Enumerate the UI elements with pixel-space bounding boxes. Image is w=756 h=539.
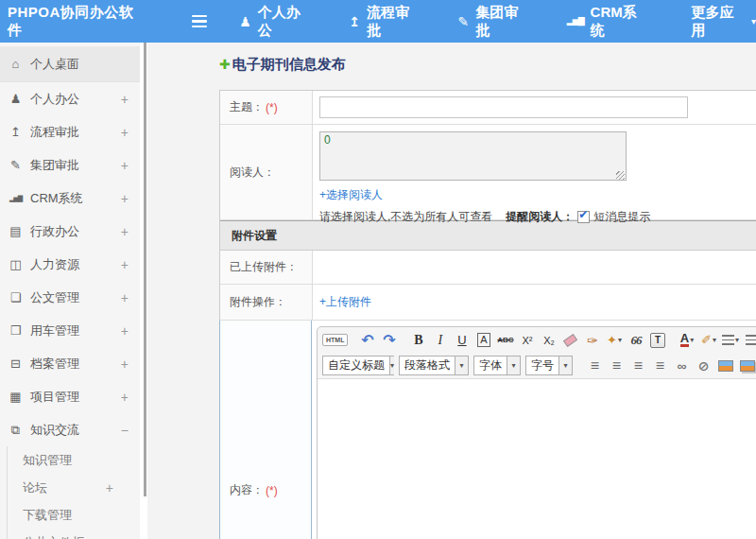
sidebar-item[interactable]: ❏ 公文管理 + [0, 281, 140, 314]
font-family-select[interactable]: 字体▾ [473, 356, 521, 375]
format-painter-button[interactable]: ✑ [582, 330, 602, 350]
heading-select[interactable]: 自定义标题▾ [322, 356, 394, 375]
select-readers-link[interactable]: +选择阅读人 [319, 187, 383, 203]
top-nav-label: 流程审批 [367, 4, 419, 40]
sidebar-item[interactable]: ▦ 项目管理 + [0, 380, 140, 413]
sidebar-item-label: 知识交流 [30, 422, 121, 439]
expander-icon[interactable]: + [121, 257, 129, 272]
top-nav-label: CRM系统 [591, 4, 645, 40]
editor-content-area[interactable] [318, 378, 756, 539]
chevron-down-icon: ▾ [455, 356, 468, 374]
insert-link-button[interactable]: ∞ [672, 356, 692, 375]
undo-button[interactable]: ↶ [357, 330, 377, 350]
expander-icon[interactable]: − [121, 423, 129, 438]
top-nav-item[interactable]: 更多应用 ▾ [685, 4, 756, 40]
font-attributes-button[interactable]: A [473, 330, 493, 350]
sidebar-item[interactable]: ▂▅▇ CRM系统 + [0, 182, 140, 215]
sidebar-scrollbar[interactable] [140, 43, 147, 539]
autoformat-button[interactable]: ✦▾ [604, 330, 624, 350]
expander-icon[interactable]: + [121, 92, 129, 107]
top-nav-item[interactable]: ♟ 个人办公 [239, 4, 309, 40]
top-nav-item[interactable]: ✎ 集团审批 [458, 4, 527, 40]
expander-icon[interactable]: + [121, 356, 129, 372]
font-color-button[interactable]: A▾ [677, 330, 696, 350]
content-row: 内容： (*) HTML ↶ ↷ B I [220, 321, 756, 539]
chevron-down-icon: ▾ [558, 356, 572, 374]
unordered-list-button[interactable] [742, 330, 756, 350]
sidebar-item[interactable]: ✎ 集团审批 + [0, 148, 140, 182]
paragraph-format-select[interactable]: 段落格式▾ [399, 356, 469, 375]
expander-icon[interactable]: + [121, 224, 129, 239]
sidebar-item[interactable]: ◫ 人力资源 + [0, 248, 140, 281]
top-nav-item[interactable]: ▂▅▇ CRM系统 [567, 4, 645, 40]
sidebar-item-label: 档案管理 [30, 356, 121, 373]
bold-button[interactable]: B [408, 330, 428, 350]
sidebar-item[interactable]: ⧉ 知识交流 − [0, 413, 140, 446]
align-justify-button[interactable]: ≡ [650, 356, 670, 375]
sidebar-item[interactable]: ⊟ 档案管理 + [0, 347, 140, 380]
expander-icon[interactable]: + [121, 158, 129, 173]
sidebar-subitem[interactable]: 论坛 + [8, 474, 140, 501]
subject-input[interactable] [319, 96, 688, 118]
sidebar-item[interactable]: ⌂ 个人桌面 [0, 46, 140, 82]
highlight-button[interactable]: ✐▾ [698, 330, 718, 350]
sidebar-item-icon: ⌂ [9, 57, 23, 71]
app-header: PHPOA协同办公软件 ♟ 个人办公 ↥ 流程审批 ✎ 集团审批 ▂▅▇ [0, 0, 756, 43]
redo-button[interactable]: ↷ [379, 330, 399, 350]
sidebar-item[interactable]: ↥ 流程审批 + [0, 115, 140, 148]
html-source-button[interactable]: HTML [322, 330, 348, 350]
chevron-down-icon: ▾ [713, 336, 716, 344]
insert-image-button[interactable] [715, 356, 735, 375]
resize-grip[interactable] [616, 171, 625, 180]
paste-icon: T [650, 333, 665, 348]
unordered-list-icon [746, 335, 756, 345]
remove-link-button[interactable]: ⊘ [694, 356, 713, 375]
expander-icon[interactable]: + [106, 480, 113, 496]
chevron-down-icon: ▾ [389, 356, 394, 374]
expander-icon[interactable]: + [121, 125, 129, 140]
scrollbar-thumb[interactable] [144, 43, 146, 496]
main-content: ✚ 电子期刊信息发布 主题： (*) 阅读人： [147, 43, 756, 539]
editor-toolbar-row2: 自定义标题▾ 段落格式▾ 字体▾ 字号▾ ≡ ≡ ≡ ≡ ∞ ⊘ [318, 353, 756, 378]
image-album-button[interactable] [737, 356, 756, 375]
align-right-button[interactable]: ≡ [628, 356, 648, 375]
sidebar-item-icon: ⊟ [9, 356, 23, 371]
sidebar-subitem[interactable]: 公共文件柜 [8, 529, 140, 539]
app-logo: PHPOA协同办公软件 [0, 4, 135, 40]
readers-row: 阅读人： 0 +选择阅读人 请选择阅读人,不选为所有人可查看 提醒阅读人： ✔ [220, 125, 756, 220]
subscript-button[interactable]: X₂ [539, 330, 558, 350]
expander-icon[interactable]: + [121, 191, 129, 206]
eraser-button[interactable] [560, 330, 580, 350]
strikethrough-button[interactable]: ABC [495, 330, 515, 350]
expander-icon[interactable]: + [121, 390, 129, 405]
paste-as-text-button[interactable]: T [647, 330, 667, 350]
align-center-button[interactable]: ≡ [607, 356, 627, 375]
align-left-button[interactable]: ≡ [585, 356, 605, 375]
font-size-select[interactable]: 字号▾ [525, 356, 573, 375]
expander-icon[interactable]: + [121, 290, 129, 305]
readers-textarea[interactable]: 0 [319, 131, 627, 181]
sidebar-subitem[interactable]: 知识管理 [8, 446, 140, 474]
top-nav-icon: ↥ [349, 15, 360, 28]
italic-button[interactable]: I [430, 330, 450, 350]
superscript-button[interactable]: X² [517, 330, 537, 350]
sidebar-subitem-label: 知识管理 [23, 452, 113, 469]
top-nav-item[interactable]: ↥ 流程审批 [349, 4, 418, 40]
attachment-op-row: 附件操作： +上传附件 [220, 285, 756, 321]
upload-attachment-link[interactable]: +上传附件 [319, 294, 371, 310]
expander-icon[interactable]: + [121, 323, 129, 339]
sidebar-subitem[interactable]: 下载管理 [8, 501, 140, 529]
underline-button[interactable]: U [452, 330, 472, 350]
blockquote-button[interactable]: 66 [626, 330, 645, 350]
sidebar-subitem-label: 论坛 [23, 479, 106, 496]
sidebar-item[interactable]: ▤ 行政办公 + [0, 215, 140, 248]
sidebar-item[interactable]: ❒ 用车管理 + [0, 314, 140, 347]
sidebar-item[interactable]: ♟ 个人办公 + [0, 82, 140, 115]
sms-checkbox[interactable]: ✔ [577, 211, 590, 223]
sidebar-subitem-label: 下载管理 [23, 507, 113, 524]
ordered-list-button[interactable]: ▾ [720, 330, 740, 350]
sidebar-item-icon: ❒ [9, 323, 23, 338]
menu-toggle-icon[interactable] [192, 15, 207, 28]
page-title-text: 电子期刊信息发布 [232, 56, 346, 74]
sidebar-item-icon: ▤ [9, 224, 23, 238]
